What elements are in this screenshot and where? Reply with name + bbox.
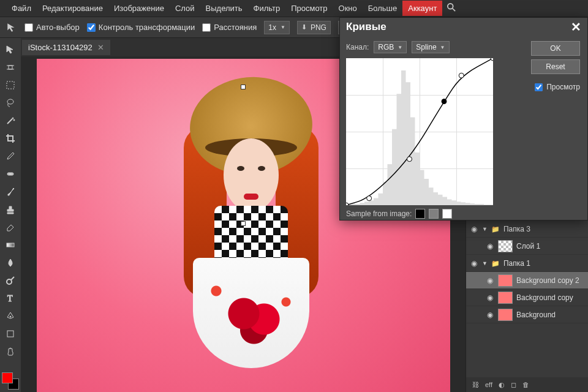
layer-effects-button[interactable]: eff [485, 381, 492, 388]
svg-point-23 [459, 73, 464, 78]
menu-filter[interactable]: Фильтр [248, 1, 286, 16]
visibility-icon[interactable]: ◉ [470, 225, 478, 233]
hand-tool-icon[interactable] [2, 344, 19, 360]
svg-rect-13 [7, 243, 14, 247]
svg-point-19 [346, 203, 349, 205]
svg-point-22 [442, 99, 447, 104]
svg-rect-18 [7, 331, 13, 337]
magic-wand-tool-icon[interactable] [2, 113, 19, 129]
stamp-tool-icon[interactable] [2, 202, 19, 217]
sample-black-swatch[interactable] [415, 209, 425, 219]
sample-white-swatch[interactable] [442, 209, 452, 219]
menu-image[interactable]: Изображение [108, 1, 170, 16]
dodge-tool-icon[interactable] [2, 273, 19, 288]
menu-file[interactable]: Файл [6, 1, 37, 16]
layer-item[interactable]: ◉ Background copy [466, 289, 588, 306]
zoom-select[interactable]: 1x [264, 21, 290, 34]
channel-select[interactable]: RGB [374, 41, 407, 53]
text-tool-icon[interactable]: T [2, 290, 19, 306]
menu-select[interactable]: Выделить [200, 1, 248, 16]
menu-account[interactable]: Аккаунт [402, 1, 442, 16]
layer-item[interactable]: ◉ Слой 1 [466, 238, 588, 255]
close-tab-icon[interactable]: ✕ [97, 43, 104, 52]
visibility-icon[interactable]: ◉ [470, 259, 478, 268]
eyedropper-tool-icon[interactable] [2, 148, 19, 164]
transform-controls-checkbox[interactable]: Контроль трансформации [87, 23, 195, 32]
close-icon[interactable]: ✕ [571, 20, 581, 34]
menu-layer[interactable]: Слой [170, 1, 200, 16]
layer-folder[interactable]: ◉ ▼ Папка 1 [466, 255, 588, 272]
artboard-tool-icon[interactable] [2, 59, 19, 75]
search-icon[interactable] [447, 3, 456, 13]
new-layer-icon[interactable]: ◻ [511, 381, 516, 389]
visibility-icon[interactable]: ◉ [486, 276, 494, 285]
folder-icon [491, 225, 500, 233]
menu-window[interactable]: Окно [333, 1, 363, 16]
svg-point-21 [407, 157, 412, 162]
svg-rect-2 [9, 66, 12, 69]
eraser-tool-icon[interactable] [2, 219, 19, 235]
expand-icon[interactable]: ▼ [482, 260, 488, 266]
transform-handle-top[interactable] [241, 85, 246, 89]
dialog-titlebar[interactable]: Кривые ✕ [340, 18, 587, 36]
sample-gray-swatch[interactable] [429, 209, 439, 219]
layer-item[interactable]: ◉ Background copy 2 [466, 272, 588, 289]
rect-select-tool-icon[interactable] [2, 77, 19, 93]
svg-text:T: T [7, 294, 13, 303]
brush-tool-icon[interactable] [2, 184, 19, 200]
visibility-icon[interactable]: ◉ [486, 293, 494, 302]
svg-point-6 [7, 99, 13, 104]
menu-edit[interactable]: Редактирование [37, 1, 108, 16]
svg-point-11 [8, 173, 9, 175]
move-tool-indicator-icon [6, 22, 17, 33]
svg-line-1 [453, 9, 455, 11]
move-tool-icon[interactable] [2, 42, 19, 58]
shape-tool-icon[interactable] [2, 326, 19, 342]
transform-handle-mid[interactable] [241, 221, 246, 226]
layer-thumbnail [498, 292, 513, 304]
curves-graph[interactable] [346, 58, 493, 205]
crop-tool-icon[interactable] [2, 130, 19, 146]
layer-name: Background copy 2 [516, 276, 579, 285]
svg-point-17 [10, 316, 11, 317]
reset-button[interactable]: Reset [531, 59, 580, 74]
layer-name: Background copy [516, 293, 573, 302]
blur-tool-icon[interactable] [2, 255, 19, 271]
delete-layer-icon[interactable]: 🗑 [522, 381, 529, 388]
visibility-icon[interactable]: ◉ [486, 311, 494, 319]
layer-name: Папка 3 [503, 225, 530, 233]
layers-panel: ◉ ▼ Папка 3 ◉ Слой 1 ◉ ▼ Папка 1 ◉ Backg… [466, 221, 588, 392]
dialog-title: Кривые [346, 21, 386, 33]
layer-mask-icon[interactable]: ◐ [499, 381, 505, 389]
layer-thumbnail [498, 274, 513, 287]
document-tab[interactable]: iStock-113104292 ✕ [22, 40, 110, 55]
link-layers-icon[interactable]: ⛓ [472, 381, 479, 388]
foreground-color-swatch[interactable] [2, 372, 13, 383]
lasso-tool-icon[interactable] [2, 95, 19, 111]
document-tab-label: iStock-113104292 [28, 43, 92, 52]
gradient-tool-icon[interactable] [2, 237, 19, 253]
layer-thumbnail [498, 240, 513, 252]
svg-point-9 [13, 119, 15, 121]
layer-item[interactable]: ◉ Background [466, 306, 588, 323]
layer-name: Background [516, 311, 556, 319]
interp-select[interactable]: Spline [412, 41, 449, 53]
expand-icon[interactable]: ▼ [482, 226, 488, 232]
menu-view[interactable]: Просмотр [285, 1, 333, 16]
channel-label: Канал: [346, 43, 369, 51]
preview-checkbox[interactable]: Просмотр [535, 83, 580, 91]
preview-label: Просмотр [546, 83, 580, 91]
menu-more[interactable]: Больше [363, 1, 403, 16]
svg-point-12 [12, 173, 13, 175]
auto-select-checkbox[interactable]: Авто-выбор [24, 23, 80, 32]
visibility-icon[interactable]: ◉ [486, 242, 494, 251]
distances-checkbox[interactable]: Расстояния [202, 23, 257, 32]
color-swatches[interactable] [2, 372, 19, 390]
layer-name: Папка 1 [503, 259, 530, 268]
transform-controls-label: Контроль трансформации [99, 23, 195, 32]
heal-tool-icon[interactable] [2, 166, 19, 182]
svg-point-8 [12, 118, 13, 119]
ok-button[interactable]: OK [531, 41, 580, 56]
export-png-button[interactable]: PNG [297, 21, 331, 34]
pen-tool-icon[interactable] [2, 308, 19, 324]
